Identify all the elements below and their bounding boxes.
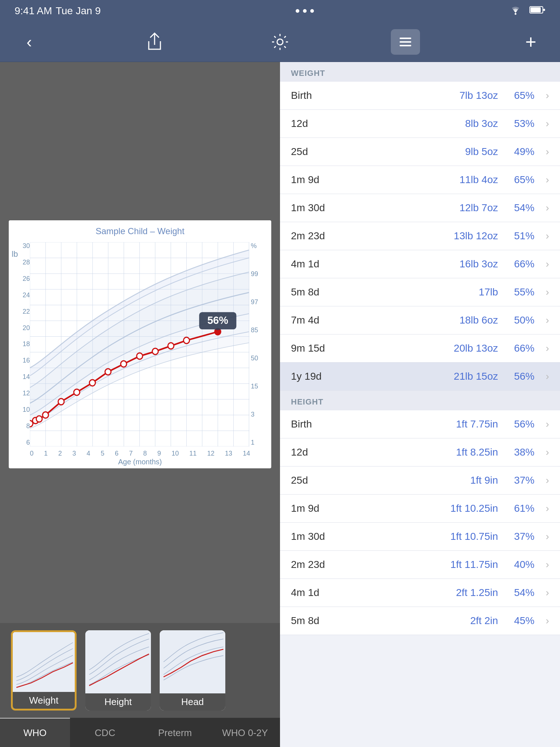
svg-point-45: [121, 361, 127, 367]
pct-labels: % 99 97 85 50 15 3 1: [251, 242, 270, 446]
weight-section-header: WEIGHT: [280, 62, 560, 82]
svg-point-41: [58, 399, 64, 405]
height-section-header: HEIGHT: [280, 391, 560, 410]
x-axis-title: Age (months): [118, 458, 162, 466]
back-button[interactable]: ‹: [15, 27, 44, 57]
weight-row-9[interactable]: 9m 15d 20lb 13oz 66% ›: [280, 334, 560, 363]
weight-row-4[interactable]: 1m 30d 12lb 7oz 54% ›: [280, 194, 560, 222]
tab-who[interactable]: WHO: [0, 718, 70, 747]
weight-rows: Birth 7lb 13oz 65% › 12d 8lb 3oz 53% › 2…: [280, 82, 560, 391]
dot1: [296, 9, 299, 13]
height-thumb-label: Height: [85, 693, 151, 711]
svg-point-46: [137, 353, 143, 359]
height-row-7[interactable]: 5m 8d 2ft 2in 45% ›: [280, 607, 560, 635]
height-row-4[interactable]: 1m 30d 1ft 10.75in 37% ›: [280, 523, 560, 551]
height-row-5[interactable]: 2m 23d 1ft 11.75in 40% ›: [280, 551, 560, 579]
y-labels: 30 28 26 24 22 20 18 16 14 12 10 8 6: [12, 242, 30, 446]
head-thumb-chart: [160, 630, 225, 693]
weight-row-7[interactable]: 5m 8d 17lb 55% ›: [280, 278, 560, 306]
svg-point-47: [152, 348, 158, 355]
height-row-6[interactable]: 4m 1d 2ft 1.25in 54% ›: [280, 579, 560, 607]
svg-rect-5: [400, 38, 411, 39]
height-row-0[interactable]: Birth 1ft 7.75in 56% ›: [280, 410, 560, 438]
chart-area: Sample Child – Weight lb 30 28 26 24 22 …: [0, 62, 280, 623]
thumbnails-bar: Weight Height: [0, 623, 280, 718]
svg-rect-3: [543, 9, 545, 11]
weight-row-1[interactable]: 12d 8lb 3oz 53% ›: [280, 110, 560, 138]
head-thumbnail[interactable]: Head: [160, 630, 225, 711]
height-row-1[interactable]: 12d 1ft 8.25in 38% ›: [280, 438, 560, 467]
height-rows: Birth 1ft 7.75in 56% › 12d 1ft 8.25in 38…: [280, 410, 560, 635]
svg-point-0: [515, 13, 517, 15]
status-bar: 9:41 AM Tue Jan 9: [0, 0, 560, 22]
weight-thumb-chart: [13, 632, 75, 692]
dot2: [303, 9, 307, 13]
weight-row-2[interactable]: 25d 9lb 5oz 49% ›: [280, 138, 560, 166]
weight-thumbnail[interactable]: Weight: [11, 630, 77, 711]
svg-point-42: [74, 389, 79, 395]
svg-rect-56: [160, 630, 225, 693]
weight-row-6[interactable]: 4m 1d 16lb 3oz 66% ›: [280, 250, 560, 278]
svg-rect-2: [530, 7, 541, 12]
weight-row-0[interactable]: Birth 7lb 13oz 65% ›: [280, 82, 560, 110]
svg-point-40: [43, 412, 48, 418]
weight-row-5[interactable]: 2m 23d 13lb 12oz 51% ›: [280, 222, 560, 250]
weight-thumb-label: Weight: [13, 692, 75, 709]
chart-container: Sample Child – Weight lb 30 28 26 24 22 …: [9, 220, 271, 468]
tab-cdc[interactable]: CDC: [70, 718, 140, 747]
share-button[interactable]: [140, 27, 169, 57]
weight-row-8[interactable]: 7m 4d 18lb 6oz 50% ›: [280, 306, 560, 334]
settings-button[interactable]: [265, 27, 295, 57]
weight-row-10[interactable]: 1y 19d 21lb 15oz 56% ›: [280, 363, 560, 391]
svg-rect-7: [400, 45, 411, 46]
head-thumb-label: Head: [160, 693, 225, 711]
svg-point-49: [183, 337, 189, 344]
nav-bar: ‹ +: [0, 22, 560, 62]
svg-text:56%: 56%: [207, 314, 228, 326]
left-panel: Sample Child – Weight lb 30 28 26 24 22 …: [0, 62, 280, 747]
add-button[interactable]: +: [516, 27, 545, 57]
height-row-3[interactable]: 1m 9d 1ft 10.25in 61% ›: [280, 495, 560, 523]
bottom-tabs: WHO CDC Preterm WHO 0-2Y: [0, 718, 280, 747]
dot3: [310, 9, 314, 13]
tab-who-2y[interactable]: WHO 0-2Y: [210, 718, 280, 747]
height-row-2[interactable]: 25d 1ft 9in 37% ›: [280, 467, 560, 495]
height-thumbnail[interactable]: Height: [85, 630, 151, 711]
svg-point-43: [89, 380, 95, 386]
battery-icon: [529, 5, 545, 17]
weight-row-3[interactable]: 1m 9d 11lb 4oz 65% ›: [280, 166, 560, 194]
x-labels: 0 1 2 3 4 5 6 7 8 9 10 11 12 13 14: [30, 450, 250, 457]
chart-svg: 56%: [30, 242, 249, 446]
right-panel: WEIGHT Birth 7lb 13oz 65% › 12d 8lb 3oz …: [280, 62, 560, 747]
list-button[interactable]: [391, 29, 420, 55]
wifi-icon: [509, 5, 522, 18]
svg-point-44: [105, 369, 111, 375]
status-day: Tue Jan 9: [56, 5, 101, 17]
height-thumb-chart: [85, 630, 151, 693]
chart-title: Sample Child – Weight: [96, 226, 184, 236]
status-time: 9:41 AM: [15, 5, 52, 17]
svg-rect-55: [85, 630, 151, 693]
svg-rect-6: [400, 41, 411, 43]
tab-preterm[interactable]: Preterm: [140, 718, 210, 747]
svg-point-4: [277, 39, 283, 45]
svg-point-39: [36, 416, 42, 422]
svg-point-48: [168, 343, 174, 349]
